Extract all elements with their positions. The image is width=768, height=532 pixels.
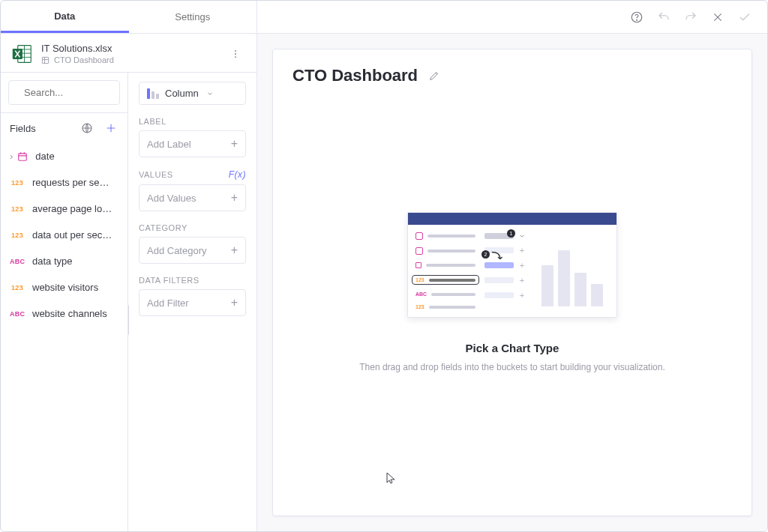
- calendar-icon: [17, 151, 28, 162]
- field-label: website channels: [32, 308, 107, 319]
- file-name: IT Solutions.xlsx: [41, 43, 226, 54]
- file-sheet: CTO Dashboard: [41, 55, 226, 64]
- globe-icon[interactable]: [80, 121, 94, 136]
- field-label: data out per sec…: [32, 229, 112, 241]
- top-bar: Data Settings: [1, 1, 767, 34]
- numeric-badge: 123: [10, 205, 25, 213]
- field-item[interactable]: ABCdata type: [1, 250, 128, 273]
- svg-rect-8: [42, 57, 48, 63]
- plus-icon: +: [231, 191, 238, 205]
- plus-icon: +: [231, 137, 238, 151]
- undo-icon[interactable]: [656, 10, 671, 25]
- label-bucket[interactable]: Add Label+: [139, 130, 246, 157]
- top-actions: [257, 1, 767, 33]
- svg-point-12: [235, 53, 236, 55]
- category-bucket[interactable]: Add Category+: [139, 237, 246, 264]
- chevron-down-icon: [206, 90, 214, 97]
- field-label: average page lo…: [32, 203, 112, 214]
- empty-state-subtitle: Then drag and drop fields into the bucke…: [359, 362, 665, 372]
- field-item[interactable]: date: [1, 145, 128, 168]
- filters-bucket[interactable]: Add Filter+: [139, 289, 246, 316]
- category-section-title: CATEGORY: [139, 223, 246, 232]
- fields-panel: Fields date123requests per se…123average…: [1, 73, 128, 531]
- add-field-icon[interactable]: [104, 121, 118, 136]
- field-list: date123requests per se…123average page l…: [1, 143, 128, 327]
- svg-point-1: [637, 19, 638, 20]
- dashboard-title: CTO Dashboard: [292, 66, 418, 85]
- search-input[interactable]: [8, 80, 120, 105]
- tab-data[interactable]: Data: [1, 1, 129, 33]
- close-icon[interactable]: [710, 10, 725, 25]
- config-panel: Column LABEL Add Label+ VALUES F(x): [128, 73, 256, 531]
- svg-point-13: [235, 56, 236, 58]
- fx-button[interactable]: F(x): [229, 169, 246, 180]
- values-section-title: VALUES: [139, 170, 173, 179]
- filters-section-title: DATA FILTERS: [139, 276, 246, 285]
- empty-state-title: Pick a Chart Type: [466, 342, 560, 354]
- top-tabs: Data Settings: [1, 1, 257, 33]
- numeric-badge: 123: [10, 179, 25, 187]
- field-item[interactable]: 123requests per se…: [1, 171, 128, 194]
- plus-icon: +: [231, 296, 238, 309]
- text-badge: ABC: [10, 258, 25, 265]
- field-item[interactable]: ABCwebsite channels: [1, 302, 128, 325]
- excel-icon: [11, 43, 32, 64]
- chart-type-selector[interactable]: Column: [139, 82, 246, 105]
- text-badge: ABC: [10, 310, 25, 318]
- svg-point-11: [235, 49, 236, 51]
- field-label: requests per se…: [32, 177, 110, 188]
- column-chart-icon: [147, 88, 159, 99]
- canvas-area: CTO Dashboard: [257, 34, 767, 531]
- help-icon[interactable]: [629, 10, 644, 25]
- label-section-title: LABEL: [139, 117, 246, 126]
- file-menu-icon[interactable]: [226, 45, 244, 63]
- field-item[interactable]: 123website visitors: [1, 276, 128, 299]
- empty-state-illustration: 123 ABC 123 1 +: [407, 212, 617, 318]
- field-label: date: [35, 151, 54, 162]
- numeric-badge: 123: [10, 232, 25, 239]
- svg-rect-19: [19, 153, 27, 160]
- plus-icon: +: [231, 244, 238, 257]
- values-bucket[interactable]: Add Values+: [139, 184, 246, 211]
- chart-type-label: Column: [165, 88, 199, 99]
- field-item[interactable]: 123average page lo…: [1, 197, 128, 220]
- cursor-icon: [386, 472, 397, 484]
- field-item[interactable]: 123data out per sec…: [1, 223, 128, 247]
- field-label: data type: [32, 256, 73, 267]
- canvas-card: CTO Dashboard: [272, 49, 752, 516]
- sidebar: IT Solutions.xlsx CTO Dashboard: [1, 34, 257, 531]
- redo-icon[interactable]: [683, 10, 698, 25]
- field-label: website visitors: [32, 282, 98, 293]
- confirm-icon[interactable]: [737, 10, 752, 25]
- edit-title-icon[interactable]: [427, 68, 442, 83]
- file-row: IT Solutions.xlsx CTO Dashboard: [1, 34, 256, 73]
- tab-settings[interactable]: Settings: [129, 1, 257, 33]
- empty-state: 123 ABC 123 1 +: [292, 85, 732, 499]
- numeric-badge: 123: [10, 284, 25, 291]
- fields-heading: Fields: [10, 123, 36, 134]
